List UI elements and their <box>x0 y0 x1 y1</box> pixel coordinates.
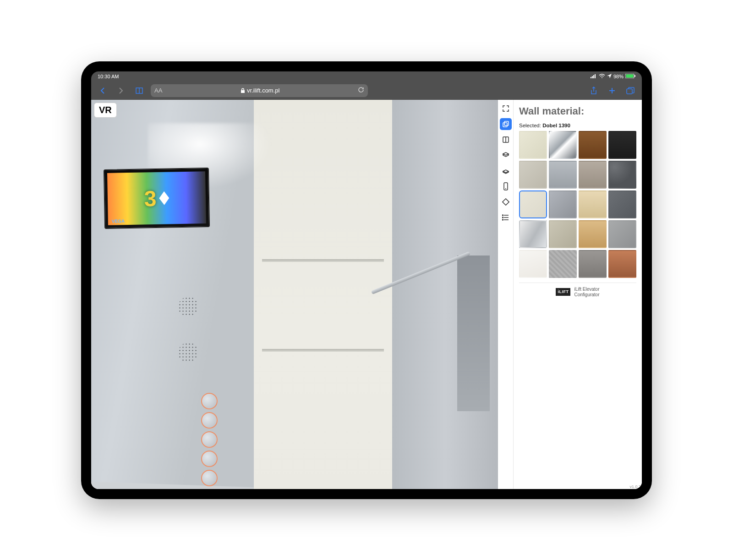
swatch-concrete-grey[interactable] <box>608 220 636 248</box>
swatch-walnut-wood[interactable] <box>579 131 607 159</box>
refresh-button[interactable] <box>358 87 364 94</box>
speaker-grille <box>178 343 198 363</box>
svg-point-15 <box>502 215 503 216</box>
svg-rect-7 <box>635 75 635 77</box>
elevator-render: 3 VEGA <box>91 100 498 489</box>
swatch-silver-shine[interactable] <box>519 220 547 248</box>
fullscreen-icon[interactable] <box>500 103 512 114</box>
screen: 10:30 AM 98% AA <box>91 71 642 489</box>
floor-btn[interactable] <box>201 451 218 467</box>
status-time: 10:30 AM <box>98 74 119 79</box>
svg-rect-9 <box>503 123 507 127</box>
version-label: v1.0.7 <box>629 484 641 489</box>
nav-back-button[interactable] <box>96 84 109 98</box>
svg-rect-3 <box>595 74 596 78</box>
bookmarks-button[interactable] <box>132 84 146 98</box>
display-logo: VEGA <box>112 218 125 223</box>
url-address: vr.ilift.com.pl <box>241 87 280 94</box>
swatch-warm-grey[interactable] <box>519 161 547 189</box>
app-content: VR 3 VEGA <box>91 100 642 489</box>
text-size-button[interactable]: AA <box>154 87 162 94</box>
brand-line: iLIFT iLift Elevator Configurator <box>519 283 636 298</box>
vr-button[interactable]: VR <box>94 103 117 118</box>
url-bar[interactable]: AA vr.ilift.com.pl <box>151 84 368 97</box>
3d-viewport[interactable]: VR 3 VEGA <box>91 100 498 489</box>
swatch-matte-charcoal[interactable] <box>579 250 607 278</box>
cop-icon[interactable] <box>500 180 512 192</box>
swatch-cracked-grey[interactable] <box>549 190 577 218</box>
swatch-chrome-gloss[interactable] <box>549 131 577 159</box>
swatch-grid <box>519 131 636 278</box>
new-tab-button[interactable] <box>605 84 619 98</box>
tabs-button[interactable] <box>624 84 637 98</box>
swatch-check-grey[interactable] <box>549 250 577 278</box>
swatch-brushed-taupe[interactable] <box>579 161 607 189</box>
swatch-beige-mesh[interactable] <box>549 220 577 248</box>
swatch-pearl-white[interactable] <box>519 250 547 278</box>
tool-rail <box>498 100 514 489</box>
svg-point-13 <box>505 188 506 189</box>
ipad-frame: 10:30 AM 98% AA <box>81 61 652 499</box>
direction-icon <box>159 191 170 205</box>
svg-rect-1 <box>592 76 593 78</box>
options-icon[interactable] <box>500 196 512 208</box>
wall-material-icon[interactable] <box>500 118 512 130</box>
svg-rect-14 <box>502 198 509 205</box>
speaker-grille <box>178 297 198 317</box>
svg-rect-10 <box>504 121 509 125</box>
side-panel: Wall material: Selected: Dobel 1390 iLIF… <box>514 100 642 489</box>
ceiling-icon[interactable] <box>500 149 512 161</box>
swatch-copper-brush[interactable] <box>608 250 636 278</box>
floor-display: 3 VEGA <box>104 168 210 229</box>
swatch-light-oak[interactable] <box>579 190 607 218</box>
svg-rect-8 <box>627 89 632 94</box>
panel-title: Wall material: <box>519 105 636 117</box>
svg-rect-0 <box>591 77 591 78</box>
svg-rect-2 <box>593 75 594 78</box>
floor-number: 3 <box>144 185 157 211</box>
swatch-slate-texture[interactable] <box>608 190 636 218</box>
swatch-cream-plain[interactable] <box>519 131 547 159</box>
status-right: 98% <box>591 74 635 79</box>
svg-point-4 <box>602 77 602 78</box>
floor-btn[interactable] <box>201 412 218 429</box>
mirror-icon[interactable] <box>500 134 512 146</box>
share-button[interactable] <box>587 84 601 98</box>
svg-rect-6 <box>626 74 634 77</box>
location-icon <box>607 74 612 79</box>
battery-icon <box>625 74 635 79</box>
svg-point-16 <box>502 217 503 218</box>
status-bar: 10:30 AM 98% <box>91 71 642 82</box>
nav-forward-button[interactable] <box>114 84 128 98</box>
browser-toolbar: AA vr.ilift.com.pl <box>91 82 642 100</box>
lock-icon <box>241 88 245 93</box>
brand-logo: iLIFT <box>556 288 570 296</box>
svg-point-17 <box>502 219 503 220</box>
floor-btn[interactable] <box>201 431 218 448</box>
floor-btn[interactable] <box>201 470 218 486</box>
selected-line: Selected: Dobel 1390 <box>519 123 636 128</box>
wifi-icon <box>599 74 605 79</box>
swatch-brushed-steel[interactable] <box>549 161 577 189</box>
signal-icon <box>591 74 597 79</box>
battery-percent: 98% <box>613 74 624 79</box>
floor-buttons <box>201 393 229 489</box>
swatch-speckle-dark[interactable] <box>608 161 636 189</box>
swatch-near-black[interactable] <box>608 131 636 159</box>
swatch-honey-oak[interactable] <box>579 220 607 248</box>
swatch-dobel-1390[interactable] <box>519 190 547 218</box>
floor-icon[interactable] <box>500 165 512 177</box>
list-icon[interactable] <box>500 212 512 223</box>
floor-btn[interactable] <box>201 393 218 409</box>
